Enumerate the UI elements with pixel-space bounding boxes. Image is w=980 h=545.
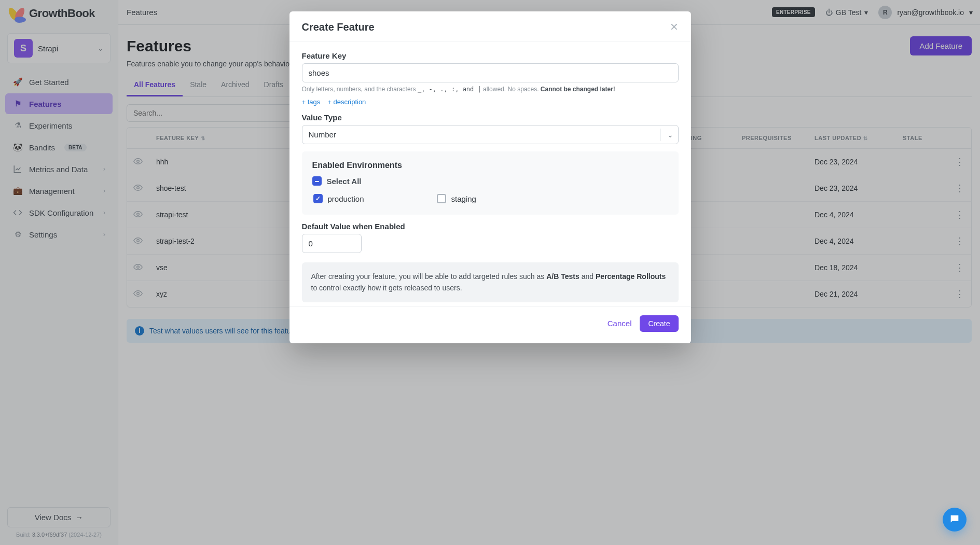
create-button[interactable]: Create — [640, 315, 678, 332]
modal-backdrop[interactable]: Create Feature ✕ Feature Key Only letter… — [0, 0, 980, 545]
env-name: staging — [451, 194, 476, 203]
env-title: Enabled Environments — [312, 161, 668, 170]
checkbox-icon — [313, 194, 323, 203]
value-type-select[interactable] — [302, 125, 679, 144]
checkbox-icon — [437, 194, 446, 203]
cancel-button[interactable]: Cancel — [608, 319, 632, 328]
modal-note: After creating your feature, you will be… — [302, 262, 679, 302]
value-type-label: Value Type — [302, 113, 679, 122]
env-name: production — [328, 194, 364, 203]
default-value-input[interactable] — [302, 234, 362, 253]
feature-key-help: Only letters, numbers, and the character… — [302, 86, 679, 93]
add-description-link[interactable]: + description — [327, 98, 366, 106]
select-all-label: Select All — [327, 177, 362, 186]
env-checkbox-staging[interactable]: staging — [437, 194, 476, 203]
default-value-label: Default Value when Enabled — [302, 222, 679, 231]
modal-title: Create Feature — [302, 21, 375, 33]
chat-icon — [949, 513, 960, 526]
help-fab[interactable] — [943, 508, 967, 532]
feature-key-label: Feature Key — [302, 51, 679, 60]
enabled-environments: Enabled Environments Select All producti… — [302, 151, 679, 215]
select-all-toggle[interactable] — [312, 176, 322, 186]
env-checkbox-production[interactable]: production — [313, 194, 364, 203]
add-tags-link[interactable]: + tags — [302, 98, 321, 106]
close-icon: ✕ — [670, 21, 679, 33]
modal-close-button[interactable]: ✕ — [670, 21, 679, 33]
feature-key-input[interactable] — [302, 63, 679, 82]
create-feature-modal: Create Feature ✕ Feature Key Only letter… — [289, 11, 691, 343]
